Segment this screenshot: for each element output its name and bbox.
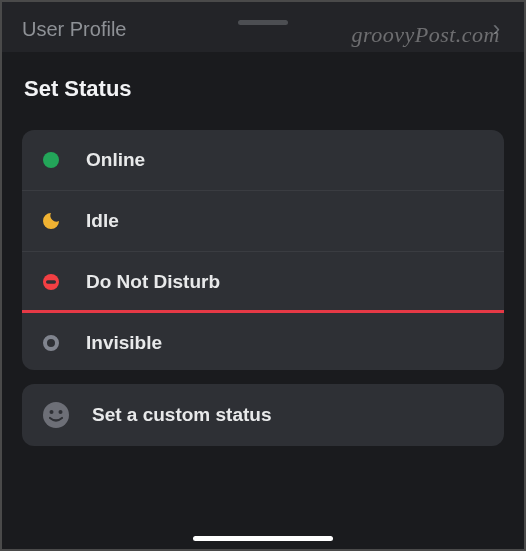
svg-rect-1 [46, 280, 56, 283]
home-indicator [193, 536, 333, 541]
status-options-card: Online Idle Do Not [22, 130, 504, 370]
drag-handle[interactable] [238, 20, 288, 25]
custom-status-button[interactable]: Set a custom status [22, 384, 504, 446]
svg-point-4 [59, 410, 63, 414]
chevron-right-icon: › [493, 16, 504, 42]
custom-status-card: Set a custom status [22, 384, 504, 446]
header-title: User Profile [22, 18, 126, 41]
custom-status-label: Set a custom status [92, 404, 272, 426]
emoji-smile-icon [42, 401, 70, 429]
invisible-icon [42, 334, 60, 352]
status-label: Invisible [86, 332, 162, 354]
svg-point-2 [43, 402, 69, 428]
status-label: Idle [86, 210, 119, 232]
status-label: Online [86, 149, 145, 171]
idle-icon [42, 212, 60, 230]
dnd-icon [42, 273, 60, 291]
svg-point-3 [50, 410, 54, 414]
status-option-idle[interactable]: Idle [22, 191, 504, 252]
sheet-title: Set Status [2, 52, 524, 130]
status-label: Do Not Disturb [86, 271, 220, 293]
online-icon [42, 151, 60, 169]
header-user-profile[interactable]: User Profile › [2, 2, 524, 52]
status-option-online[interactable]: Online [22, 130, 504, 191]
status-option-invisible[interactable]: Invisible [22, 310, 504, 370]
status-option-dnd[interactable]: Do Not Disturb [22, 252, 504, 313]
